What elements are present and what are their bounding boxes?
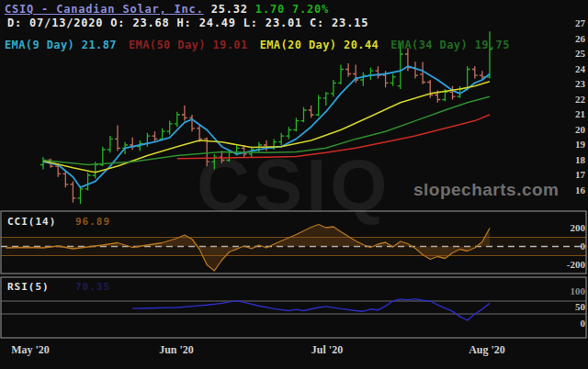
chart-window: CSIQ slopecharts.com CSIQ - Canadian Sol… bbox=[0, 0, 588, 369]
price-chart-canvas[interactable] bbox=[0, 0, 588, 369]
